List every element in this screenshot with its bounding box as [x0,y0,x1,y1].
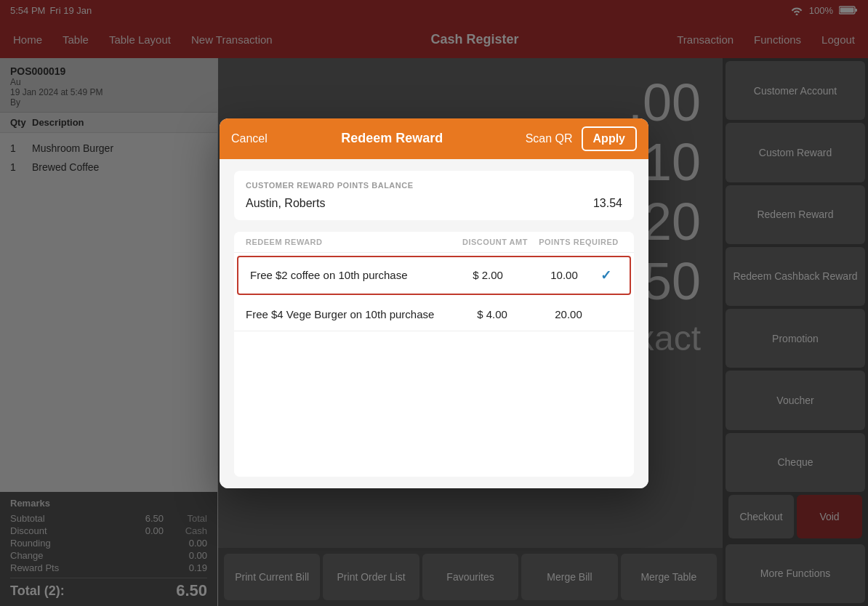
rth-discount: DISCOUNT AMT [455,238,535,246]
balance-section: CUSTOMER REWARD POINTS BALANCE Austin, R… [234,171,634,220]
reward-row-points-0: 10.00 [528,269,600,281]
reward-table-header: REDEEM REWARD DISCOUNT AMT POINTS REQUIR… [234,232,634,253]
modal-scan-qr-button[interactable]: Scan QR [517,126,582,151]
balance-section-label: CUSTOMER REWARD POINTS BALANCE [246,181,622,190]
reward-row-discount-1: $ 4.00 [452,308,532,320]
balance-value: 13.54 [593,197,622,210]
balance-row: Austin, Roberts 13.54 [246,197,622,210]
rth-reward: REDEEM REWARD [246,238,455,246]
modal-header: Cancel Redeem Reward Scan QR Apply [220,118,648,159]
modal-overlay: Cancel Redeem Reward Scan QR Apply CUSTO… [0,0,868,606]
modal-apply-button[interactable]: Apply [582,126,637,151]
rth-points: POINTS REQUIRED [535,238,622,246]
checkmark-icon: ✓ [600,267,618,283]
modal-spacer [234,331,634,477]
reward-row-name-0: Free $2 coffee on 10th purchase [250,269,448,281]
customer-name: Austin, Roberts [246,197,325,210]
reward-table: REDEEM REWARD DISCOUNT AMT POINTS REQUIR… [234,232,634,477]
modal-body: CUSTOMER REWARD POINTS BALANCE Austin, R… [220,159,648,488]
table-row[interactable]: Free $4 Vege Burger on 10th purchase $ 4… [234,298,634,331]
reward-row-name-1: Free $4 Vege Burger on 10th purchase [246,308,452,320]
modal-title: Redeem Reward [268,131,517,146]
table-row[interactable]: Free $2 coffee on 10th purchase $ 2.00 1… [237,256,631,295]
reward-row-points-1: 20.00 [532,308,605,320]
redeem-reward-modal: Cancel Redeem Reward Scan QR Apply CUSTO… [220,118,648,488]
modal-cancel-button[interactable]: Cancel [231,126,268,151]
reward-row-discount-0: $ 2.00 [448,269,528,281]
